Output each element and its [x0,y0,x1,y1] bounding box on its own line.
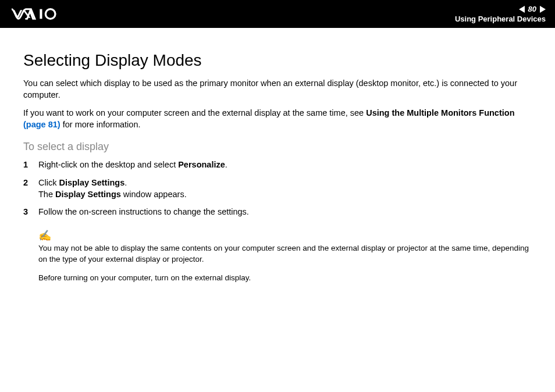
step-item: Click Display Settings. The Display Sett… [23,177,532,201]
vaio-logo [12,8,70,20]
text: If you want to work on your computer scr… [23,108,366,117]
text: . [225,160,227,169]
page-content: Selecting Display Modes You can select w… [0,28,555,303]
bold-text: Personalize [178,160,225,169]
intro-paragraph-2: If you want to work on your computer scr… [23,108,532,130]
page-header: 80 Using Peripheral Devices [0,0,555,28]
bold-text: Display Settings [55,190,121,199]
text: Follow the on-screen instructions to cha… [38,207,249,216]
svg-point-1 [45,9,55,19]
step-item: Follow the on-screen instructions to cha… [23,206,532,218]
note-text: You may not be able to display the same … [38,243,532,264]
note-text: Before turning on your computer, turn on… [38,273,532,283]
page-link[interactable]: (page 81) [23,120,61,129]
text: window appears. [121,190,187,199]
text: Using the Multiple Monitors Function [366,108,514,117]
text: for more information. [61,120,141,129]
step-item: Right-click on the desktop and select Pe… [23,159,532,170]
page-title: Selecting Display Modes [23,51,532,70]
header-right: 80 Using Peripheral Devices [455,5,546,23]
next-page-arrow-icon[interactable] [540,6,546,13]
note-block: ✍ You may not be able to display the sam… [23,229,532,283]
text: Right-click on the desktop and select [38,160,178,169]
svg-rect-0 [40,9,42,19]
text: The [38,190,55,199]
steps-list: Right-click on the desktop and select Pe… [23,159,532,218]
page-number: 80 [527,5,538,13]
procedure-heading: To select a display [23,141,532,153]
section-title: Using Peripheral Devices [455,15,546,23]
prev-page-arrow-icon[interactable] [519,6,525,13]
page-navigation: 80 [519,5,546,13]
text: . [124,178,127,187]
note-icon: ✍ [38,229,532,242]
bold-text: Display Settings [59,178,124,187]
intro-paragraph-1: You can select which display to be used … [23,78,532,101]
text: Click [38,178,59,187]
